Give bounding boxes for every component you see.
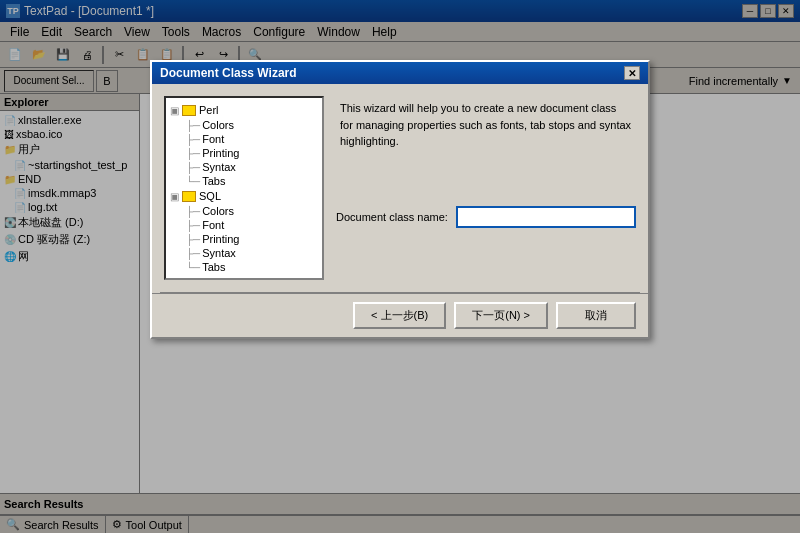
- modal-close-button[interactable]: ✕: [624, 66, 640, 80]
- modal-dialog: Document Class Wizard ✕ ▣ Perl ├─Colors …: [150, 60, 650, 339]
- tree-perl-font[interactable]: ├─Font: [170, 132, 318, 146]
- back-button[interactable]: < 上一步(B): [353, 302, 446, 329]
- tree-sql-font[interactable]: ├─Font: [170, 218, 318, 232]
- tree-expand-sql: ▣: [170, 191, 179, 202]
- modal-description: This wizard will help you to create a ne…: [336, 96, 636, 154]
- next-button[interactable]: 下一页(N) >: [454, 302, 548, 329]
- sql-label: SQL: [199, 190, 221, 202]
- tree-sql-node[interactable]: ▣ SQL: [170, 188, 318, 204]
- tree-perl-node[interactable]: ▣ Perl: [170, 102, 318, 118]
- modal-field-row: Document class name:: [336, 206, 636, 228]
- field-label: Document class name:: [336, 211, 448, 223]
- cancel-button[interactable]: 取消: [556, 302, 636, 329]
- tree-perl-tabs[interactable]: └─Tabs: [170, 174, 318, 188]
- sql-folder-icon: [182, 191, 196, 202]
- tree-expand-perl: ▣: [170, 105, 179, 116]
- modal-footer: < 上一步(B) 下一页(N) > 取消: [152, 293, 648, 337]
- modal-title-bar: Document Class Wizard ✕: [152, 62, 648, 84]
- tree-perl-printing[interactable]: ├─Printing: [170, 146, 318, 160]
- perl-label: Perl: [199, 104, 219, 116]
- modal-title: Document Class Wizard: [160, 66, 297, 80]
- tree-sql-syntax[interactable]: ├─Syntax: [170, 246, 318, 260]
- perl-folder-icon: [182, 105, 196, 116]
- modal-overlay: Document Class Wizard ✕ ▣ Perl ├─Colors …: [0, 0, 800, 533]
- tree-perl-syntax[interactable]: ├─Syntax: [170, 160, 318, 174]
- tree-sql-tabs[interactable]: └─Tabs: [170, 260, 318, 274]
- modal-body: ▣ Perl ├─Colors ├─Font ├─Printing ├─Synt…: [152, 84, 648, 292]
- tree-sql-colors[interactable]: ├─Colors: [170, 204, 318, 218]
- modal-right-panel: This wizard will help you to create a ne…: [336, 96, 636, 280]
- doc-class-name-input[interactable]: [456, 206, 636, 228]
- tree-sql-printing[interactable]: ├─Printing: [170, 232, 318, 246]
- modal-tree: ▣ Perl ├─Colors ├─Font ├─Printing ├─Synt…: [164, 96, 324, 280]
- tree-perl-colors[interactable]: ├─Colors: [170, 118, 318, 132]
